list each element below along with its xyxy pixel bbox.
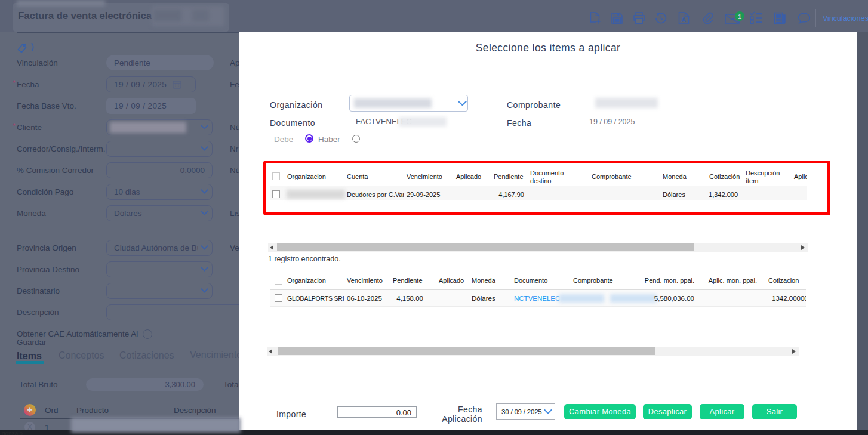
svg-text:A: A: [681, 16, 686, 23]
